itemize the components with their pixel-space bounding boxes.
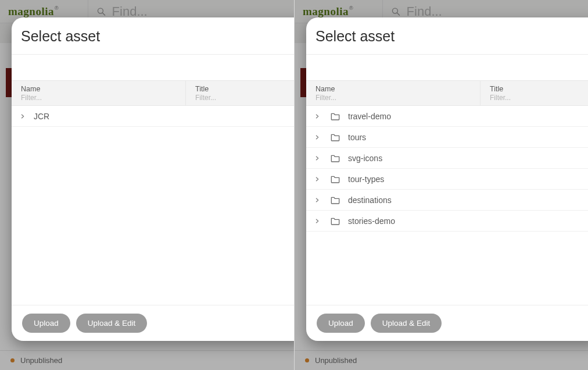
column-label: Title xyxy=(490,85,588,93)
column-label: Name xyxy=(315,85,474,93)
app-pane-right: magnolia® Unpublished Select asset Name … xyxy=(294,0,588,370)
folder-icon xyxy=(331,154,340,162)
folder-icon xyxy=(331,217,340,225)
tree-row-name: JCR xyxy=(34,112,49,121)
tree-row[interactable]: JCR xyxy=(12,106,294,127)
tree-row-name: stories-demo xyxy=(348,216,395,226)
asset-tree: JCR xyxy=(12,106,294,305)
column-filter-name[interactable] xyxy=(21,94,180,102)
tree-row[interactable]: stories-demo xyxy=(306,211,588,232)
chevron-right-icon xyxy=(314,176,320,182)
tree-row[interactable]: travel-demo xyxy=(306,106,588,127)
tree-row-name: destinations xyxy=(348,195,392,205)
column-filter-name[interactable] xyxy=(315,94,474,102)
column-header-name[interactable]: Name xyxy=(306,81,481,105)
select-asset-dialog: Select asset Name Title JCR Upload Uploa… xyxy=(12,17,294,341)
chevron-right-icon xyxy=(20,113,26,119)
column-filter-title[interactable] xyxy=(490,94,588,102)
table-header: Name Title xyxy=(12,80,294,106)
tree-row[interactable]: tours xyxy=(306,127,588,148)
tree-row-name: tours xyxy=(348,133,366,142)
column-header-title[interactable]: Title xyxy=(481,81,588,105)
dialog-title: Select asset xyxy=(306,17,588,55)
folder-icon xyxy=(331,175,340,183)
column-header-title[interactable]: Title xyxy=(186,81,294,105)
column-label: Name xyxy=(21,85,180,93)
dialog-footer: Upload Upload & Edit xyxy=(306,305,588,341)
folder-icon xyxy=(331,112,340,120)
asset-tree: travel-demotourssvg-iconstour-typesdesti… xyxy=(306,106,588,305)
chevron-right-icon xyxy=(314,197,320,203)
tree-row[interactable]: tour-types xyxy=(306,169,588,190)
upload-edit-button[interactable]: Upload & Edit xyxy=(76,314,148,333)
chevron-right-icon xyxy=(314,218,320,224)
tree-row-name: travel-demo xyxy=(348,112,391,121)
tree-row-name: svg-icons xyxy=(348,154,382,163)
folder-icon xyxy=(331,196,340,204)
column-label: Title xyxy=(195,85,294,93)
dialog-title: Select asset xyxy=(12,17,294,55)
app-pane-left: magnolia® Unpublished Select asset Name … xyxy=(0,0,294,370)
tree-row[interactable]: destinations xyxy=(306,190,588,211)
upload-edit-button[interactable]: Upload & Edit xyxy=(371,314,442,333)
select-asset-dialog: Select asset Name Title travel-demotours… xyxy=(306,17,588,341)
tree-row-name: tour-types xyxy=(348,175,384,184)
chevron-right-icon xyxy=(314,113,320,119)
upload-button[interactable]: Upload xyxy=(22,314,70,333)
column-header-name[interactable]: Name xyxy=(12,81,186,105)
chevron-right-icon xyxy=(314,134,320,140)
folder-icon xyxy=(331,133,340,141)
upload-button[interactable]: Upload xyxy=(317,314,365,333)
table-header: Name Title xyxy=(306,80,588,106)
column-filter-title[interactable] xyxy=(195,94,294,102)
dialog-footer: Upload Upload & Edit xyxy=(12,305,294,341)
chevron-right-icon xyxy=(314,155,320,161)
tree-row[interactable]: svg-icons xyxy=(306,148,588,169)
